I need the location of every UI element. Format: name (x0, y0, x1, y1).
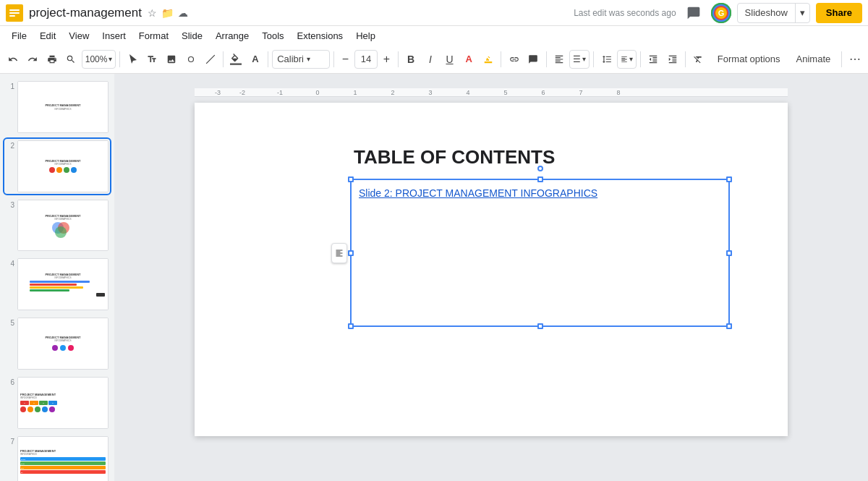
handle-tl[interactable] (348, 176, 354, 182)
sep4 (333, 51, 334, 67)
slide-thumb-3[interactable]: 3 PROJECT MANAGEMENT INFOGRAPHICS (4, 198, 110, 253)
menu-extensions[interactable]: Extensions (292, 29, 349, 43)
svg-rect-2 (9, 12, 20, 14)
slideshow-arrow-icon: ▾ (796, 7, 809, 18)
text-box-wrapper: Slide 2: PROJECT MANAGEMENT INFOGRAPHICS (350, 179, 730, 327)
chat-button[interactable] (682, 1, 705, 25)
handle-br[interactable] (726, 323, 732, 329)
slide-canvas[interactable]: TABLE OF CONTENTS Slide 2: PROJECT MANAG… (195, 103, 788, 436)
thumb-img-1: PROJECT MANAGEMENT INFOGRAPHICS (17, 81, 109, 133)
thumb-img-5: PROJECT MANAGEMENT INFOGRAPHICS (17, 318, 109, 370)
menu-format[interactable]: Format (133, 29, 174, 43)
shapes-btn[interactable] (182, 50, 200, 69)
clear-fmt-btn[interactable] (689, 50, 707, 69)
sep3 (268, 51, 268, 67)
slide-thumb-6[interactable]: 6 PROJECT MANAGEMENT INFOGRAPHICS 01 02 … (4, 375, 110, 430)
align-dropdown2[interactable]: ☰ ▾ (569, 50, 590, 69)
rotate-handle[interactable] (537, 166, 543, 171)
star-icon[interactable]: ☆ (148, 7, 157, 19)
slide-num-2: 2 (6, 140, 14, 150)
thumb-img-7: PROJECT MANAGEMENT INFOGRAPHICS ●●●●● ●●… (17, 436, 109, 482)
underline-btn[interactable]: U (441, 50, 459, 69)
more-btn[interactable]: ⋯ (846, 50, 864, 69)
menu-edit[interactable]: Edit (34, 29, 61, 43)
zoom-dropdown[interactable]: 100% ▾ (82, 50, 116, 69)
font-size-increase-btn[interactable]: + (379, 50, 394, 69)
svg-rect-3 (9, 15, 15, 17)
handle-bl[interactable] (348, 323, 354, 329)
slide-link[interactable]: Slide 2: PROJECT MANAGEMENT INFOGRAPHICS (359, 187, 597, 199)
redo-btn[interactable] (24, 50, 42, 69)
text-align-widget[interactable] (331, 243, 347, 263)
svg-line-10 (206, 55, 215, 64)
text-box[interactable]: Slide 2: PROJECT MANAGEMENT INFOGRAPHICS (350, 179, 730, 327)
text-color-btn[interactable]: A (246, 50, 264, 69)
format-options-button[interactable]: Format options (710, 50, 788, 69)
slide-num-5: 5 (6, 318, 14, 327)
slides-panel: 1 PROJECT MANAGEMENT INFOGRAPHICS 2 PROJ… (0, 74, 114, 481)
share-label: Share (826, 7, 852, 18)
bold-btn[interactable]: B (402, 50, 420, 69)
align-left-btn[interactable] (550, 50, 569, 69)
handle-ml[interactable] (348, 250, 354, 256)
italic-btn[interactable]: I (422, 50, 440, 69)
handle-bm[interactable] (537, 323, 543, 329)
canvas-area: -3 -2 -1 0 1 2 3 4 5 6 7 8 TABLE OF CONT (114, 74, 868, 481)
menu-view[interactable]: View (63, 29, 95, 43)
share-button[interactable]: Share (816, 3, 862, 23)
slide-thumb-7[interactable]: 7 PROJECT MANAGEMENT INFOGRAPHICS ●●●●● … (4, 435, 110, 482)
handle-mr[interactable] (726, 250, 732, 256)
sep9 (640, 51, 641, 67)
avatar-button[interactable]: G (711, 3, 731, 23)
slide-title: TABLE OF CONTENTS (354, 146, 555, 169)
slide-num-7: 7 (6, 436, 14, 446)
zoom-btn[interactable] (62, 50, 80, 69)
indent-dec-btn[interactable] (644, 50, 663, 69)
menu-tools[interactable]: Tools (256, 29, 289, 43)
bg-color-btn[interactable] (227, 50, 245, 69)
slide-thumb-5[interactable]: 5 PROJECT MANAGEMENT INFOGRAPHICS (4, 316, 110, 371)
menu-slide[interactable]: Slide (176, 29, 208, 43)
cloud-icon[interactable]: ☁ (178, 7, 188, 19)
text-btn[interactable] (143, 50, 161, 69)
highlight-btn[interactable] (480, 50, 498, 69)
toolbar: 100% ▾ A (0, 45, 868, 74)
menu-arrange[interactable]: Arrange (210, 29, 255, 43)
slide-thumb-2[interactable]: 2 PROJECT MANAGEMENT INFOGRAPHICS (4, 139, 110, 194)
link-btn[interactable] (505, 50, 523, 69)
ruler-horizontal: -3 -2 -1 0 1 2 3 4 5 6 7 8 (195, 88, 788, 97)
slide-thumb-1[interactable]: 1 PROJECT MANAGEMENT INFOGRAPHICS (4, 80, 110, 135)
app-icon (6, 4, 23, 22)
svg-rect-11 (230, 63, 242, 65)
slide-num-1: 1 (6, 81, 14, 90)
menu-insert[interactable]: Insert (96, 29, 132, 43)
sep11 (841, 51, 842, 67)
font-select[interactable]: Calibri ▾ (272, 50, 330, 69)
handle-tr[interactable] (726, 176, 732, 182)
font-size-input[interactable] (354, 50, 378, 69)
img-btn[interactable] (163, 50, 181, 69)
slideshow-button[interactable]: Slideshow ▾ (737, 3, 810, 23)
font-size-decrease-btn[interactable]: − (338, 50, 353, 69)
ls-dropdown2[interactable]: ▾ (617, 50, 637, 69)
text-color-2-btn[interactable]: A (460, 50, 478, 69)
print-btn[interactable] (43, 50, 61, 69)
menu-file[interactable]: File (6, 29, 33, 43)
slide-thumb-4[interactable]: 4 PROJECT MANAGEMENT INFOGRAPHICS (4, 257, 110, 312)
sep6 (501, 51, 501, 67)
line-btn[interactable] (201, 50, 219, 69)
line-spacing-2-btn[interactable] (597, 50, 616, 69)
last-edit: Last edit was seconds ago (574, 8, 676, 18)
thumb-img-3: PROJECT MANAGEMENT INFOGRAPHICS (17, 200, 109, 252)
indent-inc-btn[interactable] (664, 50, 682, 69)
comment-2-btn[interactable] (524, 50, 542, 69)
cursor-btn[interactable] (124, 50, 142, 69)
folder-icon[interactable]: 📁 (161, 7, 174, 19)
svg-text:G: G (718, 9, 724, 17)
titlebar: project-management ☆ 📁 ☁ Last edit was s… (0, 0, 868, 26)
menu-help[interactable]: Help (350, 29, 381, 43)
handle-tm[interactable] (537, 176, 543, 182)
animate-button[interactable]: Animate (789, 50, 838, 69)
undo-btn[interactable] (4, 50, 22, 69)
main-area: 1 PROJECT MANAGEMENT INFOGRAPHICS 2 PROJ… (0, 74, 868, 481)
